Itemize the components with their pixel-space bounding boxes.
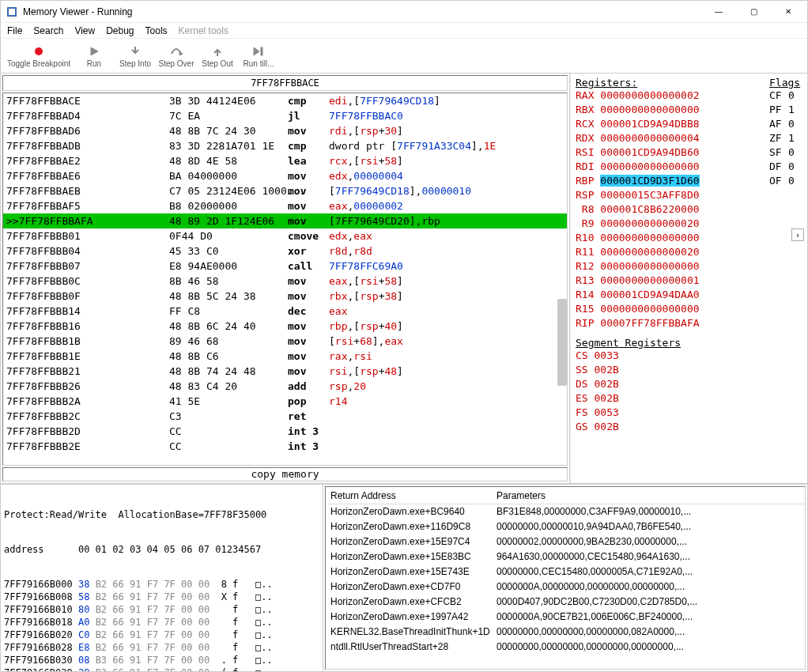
step-into-label: Step Into — [119, 59, 151, 68]
register-r13[interactable]: R13 0000000000000001 — [576, 274, 757, 288]
disasm-row[interactable]: 7FF78FFBBAEBC7 05 23124E06 1000...mov[7F… — [3, 183, 567, 198]
stack-row[interactable]: ntdll.RtlUserThreadStart+2800000000,0000… — [326, 640, 805, 655]
register-rbp[interactable]: RBP 000001CD9D3F1D60 — [576, 174, 757, 188]
disasm-row[interactable]: 7FF78FFBBB010F44 D0cmoveedx,eax — [3, 228, 567, 244]
register-r11[interactable]: R11 0000000000000020 — [576, 245, 757, 259]
register-r10[interactable]: R10 0000000000000000 — [576, 231, 757, 245]
hex-row[interactable]: 7FF79166B028 E8 B2 66 91 F7 7F 00 00 f □… — [4, 641, 319, 654]
hex-row[interactable]: 7FF79166B000 38 B2 66 91 F7 7F 00 00 8 f… — [4, 578, 319, 591]
segment-es[interactable]: ES 002B — [576, 391, 804, 406]
register-r14[interactable]: R14 000001CD9A94DAA0 — [576, 288, 757, 302]
flag-df[interactable]: DF0 — [769, 160, 804, 174]
address-input[interactable]: 7FF78FFBBACE — [2, 75, 568, 91]
toggle-breakpoint-button[interactable]: Toggle Breakpoint — [4, 40, 74, 72]
disasm-row[interactable]: 7FF78FFBBB2648 83 C4 20addrsp,20 — [3, 379, 567, 394]
disasm-row[interactable]: 7FF78FFBBAE248 8D 4E 58learcx,[rsi+58] — [3, 153, 567, 168]
flag-pf[interactable]: PF1 — [769, 103, 804, 117]
segment-ds[interactable]: DS 002B — [576, 377, 804, 391]
menu-tools[interactable]: Tools — [145, 25, 168, 36]
hex-row[interactable]: 7FF79166B010 80 B2 66 91 F7 7F 00 00 f □… — [4, 603, 319, 616]
disasm-row[interactable]: 7FF78FFBBACE3B 3D 44124E06cmpedi,[7FF796… — [3, 93, 567, 108]
disasm-row[interactable]: 7FF78FFBBAF5B8 02000000moveax,00000002 — [3, 198, 567, 213]
stack-row[interactable]: HorizonZeroDawn.exe+15E83BC964A1630,0000… — [326, 549, 805, 564]
hex-row[interactable]: 7FF79166B008 58 B2 66 91 F7 7F 00 00 X f… — [4, 591, 319, 603]
svg-marker-3 — [179, 52, 183, 55]
stack-row[interactable]: HorizonZeroDawn.exe+1997A420000000A,90CE… — [326, 610, 805, 625]
register-r12[interactable]: R12 0000000000000000 — [576, 259, 757, 274]
disasm-row[interactable]: 7FF78FFBBB2DCCint 3 — [3, 424, 567, 439]
flag-of[interactable]: OF0 — [769, 174, 804, 188]
stack-row[interactable]: HorizonZeroDawn.exe+15E97C400000002,0000… — [326, 534, 805, 549]
segment-ss[interactable]: SS 002B — [576, 363, 804, 377]
copy-memory-button[interactable]: copy memory — [2, 467, 568, 481]
disasm-row[interactable]: 7FF78FFBBB0C8B 46 58moveax,[rsi+58] — [3, 274, 567, 289]
step-out-button[interactable]: Step Out — [197, 40, 238, 72]
disassembly-view[interactable]: 7FF78FFBBACE3B 3D 44124E06cmpedi,[7FF796… — [2, 92, 568, 466]
disasm-row[interactable]: 7FF78FFBBB2ECCint 3 — [3, 439, 567, 454]
register-rip[interactable]: RIP 00007FF78FFBBAFA — [576, 316, 757, 330]
disasm-row[interactable]: 7FF78FFBBB1B89 46 68mov[rsi+68],eax — [3, 334, 567, 349]
register-rdi[interactable]: RDI 0000000000000000 — [576, 160, 757, 174]
hex-row[interactable]: 7FF79166B020 C0 B2 66 91 F7 7F 00 00 f □… — [4, 629, 319, 641]
run-button[interactable]: Run — [74, 40, 115, 72]
window-buttons: — ▢ ✕ — [701, 2, 806, 22]
toggle-breakpoint-label: Toggle Breakpoint — [7, 59, 70, 68]
disasm-row[interactable]: 7FF78FFBBADB83 3D 2281A701 1Ecmpdword pt… — [3, 138, 567, 153]
run-till-label: Run till... — [244, 59, 274, 68]
disasm-row[interactable]: 7FF78FFBBB0F48 8B 5C 24 38movrbx,[rsp+38… — [3, 289, 567, 304]
hex-row[interactable]: 7FF79166B038 28 B3 66 91 F7 7F 00 00 ( f… — [4, 666, 319, 671]
menu-view[interactable]: View — [74, 25, 95, 36]
disasm-row[interactable]: 7FF78FFBBB14FF C8deceax — [3, 304, 567, 319]
segment-fs[interactable]: FS 0053 — [576, 406, 804, 420]
stack-row[interactable]: HorizonZeroDawn.exe+BC9640BF31E848,00000… — [326, 504, 805, 519]
register-rcx[interactable]: RCX 000001CD9A94DBB8 — [576, 117, 757, 131]
disasm-row[interactable]: >>7FF78FFBBAFA48 89 2D 1F124E06mov[7FF79… — [3, 213, 567, 228]
disasm-row[interactable]: 7FF78FFBBB07E8 94AE0000call7FF78FFC69A0 — [3, 259, 567, 274]
disasm-row[interactable]: 7FF78FFBBAE6BA 04000000movedx,00000004 — [3, 168, 567, 183]
register-rsi[interactable]: RSI 000001CD9A94DB60 — [576, 145, 757, 160]
hex-row[interactable]: 7FF79166B030 08 B3 66 91 F7 7F 00 00 . f… — [4, 654, 319, 666]
maximize-button[interactable]: ▢ — [736, 2, 771, 22]
register-r8[interactable]: R8 000001C8B6220000 — [576, 202, 757, 217]
menu-search[interactable]: Search — [33, 25, 63, 36]
disasm-row[interactable]: 7FF78FFBBB2CC3ret — [3, 409, 567, 424]
hex-row[interactable]: 7FF79166B018 A0 B2 66 91 F7 7F 00 00 f □… — [4, 616, 319, 629]
register-rdx[interactable]: RDX 0000000000000004 — [576, 131, 757, 145]
disasm-row[interactable]: 7FF78FFBBB0445 33 C0xorr8d,r8d — [3, 244, 567, 259]
more-flags-button[interactable]: › — [791, 228, 804, 241]
stack-row[interactable]: HorizonZeroDawn.exe+116D9C800000000,0000… — [326, 519, 805, 534]
run-till-button[interactable]: Run till... — [238, 40, 279, 72]
register-rsp[interactable]: RSP 00000015C3AFF8D0 — [576, 188, 757, 202]
scrollbar-thumb[interactable] — [557, 299, 567, 386]
disasm-row[interactable]: 7FF78FFBBB1E48 8B C6movrax,rsi — [3, 349, 567, 364]
step-out-icon — [212, 44, 223, 59]
flag-zf[interactable]: ZF1 — [769, 131, 804, 145]
flag-af[interactable]: AF0 — [769, 117, 804, 131]
step-over-button[interactable]: Step Over — [156, 40, 197, 72]
segment-cs[interactable]: CS 0033 — [576, 349, 804, 363]
stack-row[interactable]: HorizonZeroDawn.exe+15E743E00000000,CEC1… — [326, 564, 805, 580]
register-rbx[interactable]: RBX 0000000000000000 — [576, 103, 757, 117]
stack-row[interactable]: HorizonZeroDawn.exe+CFCB20000D407,90DC2B… — [326, 595, 805, 610]
step-into-button[interactable]: Step Into — [115, 40, 156, 72]
registers-panel: Registers: RAX 0000000000000002RBX 00000… — [570, 74, 807, 483]
disasm-row[interactable]: 7FF78FFBBB1648 8B 6C 24 40movrbp,[rsp+40… — [3, 319, 567, 334]
minimize-button[interactable]: — — [701, 2, 736, 22]
disasm-row[interactable]: 7FF78FFBBB2A41 5Epopr14 — [3, 394, 567, 409]
disasm-row[interactable]: 7FF78FFBBAD47C EAjl7FF78FFBBAC0 — [3, 108, 567, 123]
segment-gs[interactable]: GS 002B — [576, 420, 804, 434]
register-r15[interactable]: R15 0000000000000000 — [576, 302, 757, 316]
menu-debug[interactable]: Debug — [106, 25, 134, 36]
flag-sf[interactable]: SF0 — [769, 145, 804, 160]
menu-file[interactable]: File — [7, 25, 22, 36]
flag-cf[interactable]: CF0 — [769, 89, 804, 103]
stack-row[interactable]: HorizonZeroDawn.exe+CD7F00000000A,000000… — [326, 580, 805, 595]
disasm-row[interactable]: 7FF78FFBBB2148 8B 74 24 48movrsi,[rsp+48… — [3, 364, 567, 379]
hex-view[interactable]: Protect:Read/Write AllocationBase=7FF78F… — [1, 485, 323, 671]
stack-row[interactable]: KERNEL32.BaseThreadInitThunk+1D00000000,… — [326, 625, 805, 640]
close-button[interactable]: ✕ — [771, 2, 806, 22]
register-rax[interactable]: RAX 0000000000000002 — [576, 89, 757, 103]
register-r9[interactable]: R9 0000000000000020 — [576, 217, 757, 231]
disasm-row[interactable]: 7FF78FFBBAD648 8B 7C 24 30movrdi,[rsp+30… — [3, 123, 567, 138]
call-stack[interactable]: Return Address Parameters HorizonZeroDaw… — [325, 486, 806, 670]
